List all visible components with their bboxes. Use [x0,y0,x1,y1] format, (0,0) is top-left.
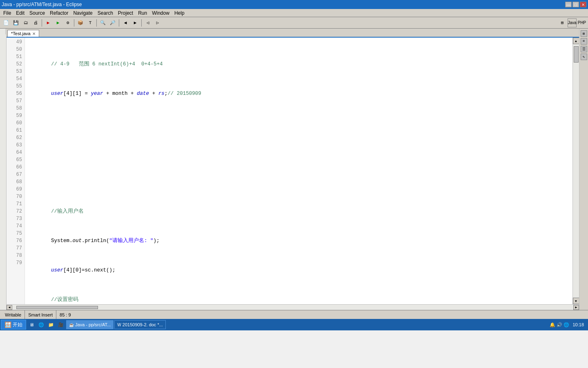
line-74: 74 [7,222,24,230]
panel-icon-4[interactable]: ✎ [581,54,587,60]
right-panel: ⊞ ≡ ☰ ✎ [579,29,588,310]
taskbar-eclipse[interactable]: ☕ Java - pp/src/AT... [66,320,114,329]
menu-run[interactable]: Run [136,10,149,16]
panel-icon-1[interactable]: ⊞ [581,30,587,37]
minimize-button[interactable]: — [565,2,572,7]
h-scroll-thumb[interactable] [16,306,98,309]
line-55: 55 [7,83,24,90]
pkg-explorer[interactable]: 📦 [76,18,85,27]
tab-label: *Test.java [11,31,31,36]
type-btn[interactable]: T [86,18,95,27]
line-56: 56 [7,90,24,97]
toolbar: 📄 💾 🗂 🖨 ▶ ▶ ⚙ 📦 T 🔍 🔎 ◀ ▶ ◁ ▷ ⊞ Java PHP [0,17,588,29]
code-content[interactable]: // 4-9 范围 6 nextInt(6)+4 0+4-5+4 user[4]… [25,38,572,304]
menu-source[interactable]: Source [27,10,47,16]
save-all-button[interactable]: 🗂 [21,18,30,27]
status-bar: Writable Smart Insert 85 : 9 [0,310,588,319]
code-area[interactable]: 49 50 51 52 53 54 55 56 57 58 59 60 61 6… [7,38,579,304]
taskbar: 🪟 开始 🖥 🌐 📁 🎥 ☕ Java - pp/src/AT... W 201… [0,319,588,330]
line-63: 63 [7,141,24,149]
run-last[interactable]: ⚙ [63,18,72,27]
taskbar-folder-icon[interactable]: 📁 [47,320,56,329]
taskbar-word[interactable]: W 20150909-2. doc *... [114,320,166,329]
prev-edit-btn[interactable]: ◀ [121,18,130,27]
line-60: 60 [7,119,24,127]
sep5 [141,19,142,27]
fwd-btn[interactable]: ▷ [153,18,162,27]
menu-project[interactable]: Project [116,10,136,16]
menu-search[interactable]: Search [95,10,116,16]
line-59: 59 [7,112,24,119]
line-62: 62 [7,134,24,141]
run-button[interactable]: ▶ [53,18,62,27]
taskbar-right: 🔔 🔊 🌐 10:18 [550,321,587,328]
panel-icon-2[interactable]: ≡ [581,38,587,45]
line-68: 68 [7,178,24,186]
next-edit-btn[interactable]: ▶ [131,18,140,27]
search-btn[interactable]: 🔍 [98,18,107,27]
menu-bar: File Edit Source Refactor Navigate Searc… [0,9,588,17]
menu-help[interactable]: Help [172,10,187,16]
search2-btn[interactable]: 🔎 [108,18,117,27]
scroll-thumb[interactable] [574,46,579,63]
line-52: 52 [7,61,24,68]
java-persp[interactable]: Java [568,18,577,27]
scroll-track[interactable] [573,44,579,298]
title-text: Java - pp/src/ATM/Test.java - Eclipse [2,2,82,7]
code-line-50: user[4][1] = year + month + date + rs;//… [27,90,571,97]
new-button[interactable]: 📄 [2,18,11,27]
editor-tab-test-java[interactable]: *Test.java ✕ [7,30,39,37]
code-line-57: //设置密码 [27,296,571,303]
scroll-down-arrow[interactable]: ▼ [573,298,579,304]
print-button[interactable]: 🖨 [31,18,40,27]
taskbar-ie-icon[interactable]: 🌐 [37,320,46,329]
status-position: 85 : 9 [56,310,74,319]
line-51: 51 [7,53,24,61]
code-line-51 [27,119,571,127]
menu-file[interactable]: File [1,10,13,16]
line-numbers: 49 50 51 52 53 54 55 56 57 58 59 60 61 6… [7,38,25,304]
line-69: 69 [7,186,24,193]
start-button[interactable]: 🪟 开始 [1,320,26,330]
line-53: 53 [7,68,24,75]
editor-container: *Test.java ✕ 49 50 51 52 53 54 55 56 57 … [7,29,579,310]
debug-button[interactable]: ▶ [44,18,53,27]
taskbar-icons: 🔔 🔊 🌐 [550,322,569,328]
maximize-button[interactable]: □ [572,2,579,7]
sep3 [96,19,97,27]
line-50: 50 [7,46,24,53]
menu-window[interactable]: Window [149,10,172,16]
taskbar-screen-record[interactable]: 🎥 [56,320,65,329]
perspectives-btn[interactable]: ⊞ [558,18,567,27]
back-btn[interactable]: ◁ [143,18,152,27]
h-scroll-track[interactable] [12,305,573,310]
save-button[interactable]: 💾 [11,18,20,27]
close-button[interactable]: ✕ [580,2,586,7]
panel-icon-3[interactable]: ☰ [581,46,587,52]
line-79: 79 [7,259,24,267]
taskbar-show-desktop[interactable]: 🖥 [27,320,36,329]
code-line-49: // 4-9 范围 6 nextInt(6)+4 0+4-5+4 [27,61,571,68]
menu-navigate[interactable]: Navigate [71,10,95,16]
line-64: 64 [7,149,24,156]
line-78: 78 [7,252,24,259]
vertical-scrollbar[interactable]: ▲ ▼ [572,38,579,304]
tab-close-icon[interactable]: ✕ [32,31,36,36]
line-67: 67 [7,171,24,178]
code-line-56: user[4][0]=sc.next(); [27,267,571,274]
menu-edit[interactable]: Edit [13,10,27,16]
line-66: 66 [7,164,24,171]
clock: 10:18 [571,321,586,328]
scroll-right-arrow[interactable]: ▶ [573,305,579,310]
scroll-left-arrow[interactable]: ◀ [7,305,12,310]
line-65: 65 [7,156,24,164]
line-71: 71 [7,200,24,208]
title-controls: — □ ✕ [565,2,586,7]
menu-refactor[interactable]: Refactor [47,10,71,16]
scroll-up-arrow[interactable]: ▲ [573,38,579,44]
php-persp[interactable]: PHP [577,18,586,27]
line-77: 77 [7,245,24,252]
line-49: 49 [7,38,24,46]
line-73: 73 [7,215,24,222]
horizontal-scrollbar[interactable]: ◀ ▶ [7,304,579,310]
